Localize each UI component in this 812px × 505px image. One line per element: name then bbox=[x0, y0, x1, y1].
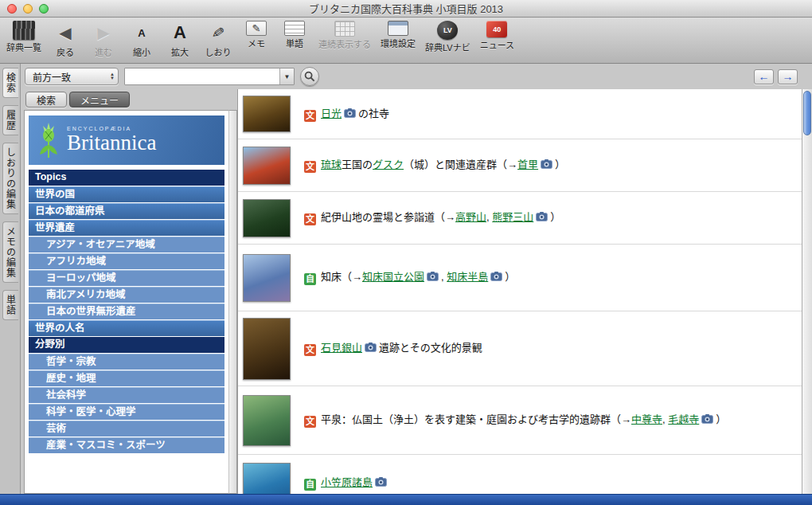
result-thumbnail[interactable] bbox=[243, 96, 291, 132]
toolbar-button-label: 単語 bbox=[286, 37, 303, 49]
titlebar: ブリタニカ国際大百科事典 小項目版 2013 bbox=[0, 0, 812, 18]
popup-down-icon: ▼ bbox=[110, 76, 115, 80]
entry-link[interactable]: 首里 bbox=[517, 159, 538, 170]
search-history-dropdown[interactable]: ▼ bbox=[279, 69, 294, 84]
camera-icon[interactable] bbox=[701, 413, 713, 429]
toolbar-button-font-enlarge[interactable]: A拡大 bbox=[166, 21, 194, 58]
toolbar-button-label: 環境設定 bbox=[381, 37, 416, 49]
entry-link[interactable]: 日光 bbox=[321, 108, 342, 119]
font-enlarge-icon: A bbox=[170, 21, 190, 45]
match-mode-select[interactable]: 前方一致 ▲ ▼ bbox=[25, 68, 119, 85]
camera-icon[interactable] bbox=[541, 158, 552, 174]
sidebar: 検索 メニュー bbox=[21, 89, 237, 494]
toolbar-button-preferences[interactable]: 環境設定 bbox=[381, 21, 416, 49]
side-tab-単語[interactable]: 単語 bbox=[2, 290, 18, 320]
sidebar-tab-menu[interactable]: メニュー bbox=[69, 92, 130, 108]
entry-link[interactable]: 高野山 bbox=[455, 211, 486, 223]
result-thumbnail[interactable] bbox=[243, 318, 291, 380]
menu-item[interactable]: 世界の人名 bbox=[29, 320, 224, 336]
toolbar-button-label: メモ bbox=[248, 37, 265, 49]
result-thumbnail[interactable] bbox=[243, 199, 291, 237]
menu-item[interactable]: 産業・マスコミ・スポーツ bbox=[29, 437, 224, 453]
result-thumbnail[interactable] bbox=[243, 254, 291, 302]
toolbar-button-label: 辞典LVナビ bbox=[425, 41, 470, 53]
menu-item[interactable]: Topics bbox=[29, 170, 224, 186]
menu-item[interactable]: 世界の国 bbox=[29, 186, 224, 202]
search-button[interactable] bbox=[300, 67, 319, 86]
entry-text: 遺跡とその文化的景観 bbox=[379, 342, 482, 354]
toolbar-button-news[interactable]: 40ニュース bbox=[480, 21, 514, 51]
menu-item[interactable]: アジア・オセアニア地域 bbox=[29, 237, 224, 252]
scrollbar-thumb[interactable] bbox=[803, 91, 811, 135]
result-thumbnail[interactable] bbox=[243, 147, 291, 185]
lv-navi-icon: LV bbox=[437, 21, 458, 40]
menu-item[interactable]: アフリカ地域 bbox=[29, 253, 224, 269]
menu-item[interactable]: 世界遺産 bbox=[29, 220, 224, 236]
entry-link[interactable]: 琉球 bbox=[321, 159, 342, 170]
window-zoom-button[interactable] bbox=[39, 4, 49, 14]
menu-item[interactable]: 日本の世界無形遺産 bbox=[29, 303, 224, 319]
toolbar-button-back[interactable]: ◀戻る bbox=[51, 21, 80, 58]
content-scrollbar[interactable] bbox=[802, 89, 812, 494]
sidebar-scrollbar[interactable] bbox=[228, 110, 237, 494]
side-tab-履歴[interactable]: 履歴 bbox=[2, 105, 18, 135]
menu-item[interactable]: 哲学・宗教 bbox=[29, 354, 224, 370]
side-tab-検索[interactable]: 検索 bbox=[2, 68, 18, 98]
camera-icon[interactable] bbox=[375, 476, 387, 491]
entry-link[interactable]: 熊野三山 bbox=[492, 211, 533, 223]
entry-link[interactable]: 中尊寺 bbox=[631, 413, 662, 425]
britannica-logo: ENCYCLOPÆDIA Britannica bbox=[29, 115, 224, 165]
camera-icon[interactable] bbox=[344, 107, 356, 123]
menu-item[interactable]: 日本の都道府県 bbox=[29, 203, 224, 219]
menu-item[interactable]: 芸術 bbox=[29, 421, 224, 436]
toolbar-button-label: 戻る bbox=[57, 45, 74, 58]
camera-icon[interactable] bbox=[536, 210, 548, 226]
camera-icon[interactable] bbox=[365, 341, 377, 357]
britannica-thistle-icon bbox=[37, 121, 61, 159]
magnifier-icon bbox=[304, 71, 315, 82]
toolbar-button-memo[interactable]: ✎メモ bbox=[242, 21, 271, 49]
menu-item[interactable]: ヨーロッパ地域 bbox=[29, 270, 224, 286]
entry-link[interactable]: 小笠原諸島 bbox=[321, 476, 373, 488]
entry-link[interactable]: 知床国立公園 bbox=[362, 271, 424, 283]
camera-icon[interactable] bbox=[490, 270, 502, 286]
nav-back-button[interactable]: ← bbox=[754, 69, 774, 84]
body-area: 検索履歴しおりの編集メモの編集単語 前方一致 ▲ ▼ ▼ bbox=[0, 64, 812, 494]
result-thumbnail[interactable] bbox=[243, 463, 291, 495]
menu-item[interactable]: 社会科学 bbox=[29, 387, 224, 403]
menu-item[interactable]: 歴史・地理 bbox=[29, 370, 224, 386]
window-close-button[interactable] bbox=[7, 4, 17, 14]
menu-item[interactable]: 分野別 bbox=[29, 337, 224, 353]
toolbar-button-font-shrink[interactable]: A縮小 bbox=[127, 21, 156, 58]
side-tab-メモの編集[interactable]: メモの編集 bbox=[2, 221, 18, 283]
entry-text: 王国の bbox=[342, 159, 373, 170]
nav-forward-button[interactable]: → bbox=[778, 69, 798, 84]
entry-link[interactable]: 毛越寺 bbox=[668, 413, 699, 425]
word-card-icon bbox=[284, 21, 305, 36]
side-tab-しおりの編集[interactable]: しおりの編集 bbox=[2, 143, 18, 214]
forward-icon: ▶ bbox=[93, 21, 114, 45]
result-thumbnail[interactable] bbox=[243, 395, 291, 446]
menu-item[interactable]: 科学・医学・心理学 bbox=[29, 404, 224, 420]
logo-wordmark: Britannica bbox=[67, 131, 156, 154]
entry-link[interactable]: 石見銀山 bbox=[321, 342, 362, 354]
entry-link[interactable]: グスク bbox=[373, 159, 404, 170]
window-minimize-button[interactable] bbox=[23, 4, 33, 14]
camera-icon[interactable] bbox=[427, 270, 439, 286]
result-entry-text: 自知床（→知床国立公園, 知床半島） bbox=[304, 269, 515, 286]
topic-menu: Topics世界の国日本の都道府県世界遺産アジア・オセアニア地域アフリカ地域ヨー… bbox=[29, 170, 224, 454]
search-input[interactable] bbox=[125, 69, 279, 84]
entry-link[interactable]: 知床半島 bbox=[447, 271, 488, 283]
category-badge: 文 bbox=[304, 416, 316, 428]
toolbar-button-bookmark[interactable]: ✎しおり bbox=[204, 21, 232, 58]
popup-arrows-icon: ▲ ▼ bbox=[110, 72, 115, 80]
menu-item[interactable]: 南北アメリカ地域 bbox=[29, 287, 224, 303]
category-badge: 自 bbox=[304, 479, 316, 491]
toolbar-button-lv-navi[interactable]: LV辞典LVナビ bbox=[425, 21, 470, 53]
toolbar-button-word-card[interactable]: 単語 bbox=[280, 21, 309, 49]
toolbar-button-dictionary-list[interactable]: 辞典一覧 bbox=[6, 21, 41, 53]
window-title: ブリタニカ国際大百科事典 小項目版 2013 bbox=[0, 1, 812, 16]
sidebar-tab-search[interactable]: 検索 bbox=[25, 92, 67, 108]
back-icon: ◀ bbox=[55, 21, 76, 45]
search-bar: 前方一致 ▲ ▼ ▼ bbox=[21, 64, 812, 89]
